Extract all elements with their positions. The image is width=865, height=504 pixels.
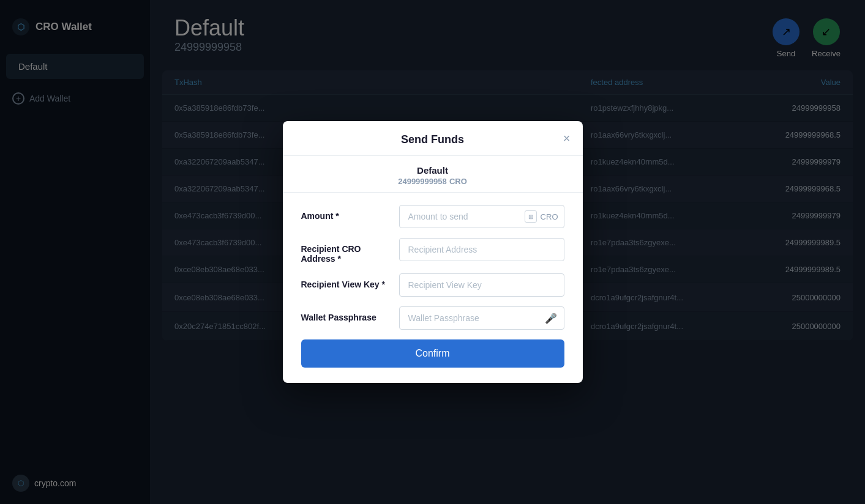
amount-label: Amount *	[301, 205, 387, 221]
modal-header: Send Funds ×	[283, 121, 583, 156]
amount-suffix: ⊞ CRO	[525, 210, 558, 223]
modal-wallet-balance: 24999999958 CRO	[301, 176, 564, 186]
recipient-view-key-input-wrapper	[399, 273, 564, 297]
modal-overlay[interactable]: Send Funds × Default 24999999958 CRO Amo…	[0, 0, 865, 504]
modal-close-button[interactable]: ×	[563, 132, 571, 144]
modal-wallet-name: Default	[301, 165, 564, 176]
send-funds-modal: Send Funds × Default 24999999958 CRO Amo…	[283, 121, 583, 383]
confirm-button[interactable]: Confirm	[301, 339, 564, 368]
amount-field-group: Amount * ⊞ CRO	[301, 205, 564, 228]
recipient-view-key-field-group: Recipient View Key *	[301, 273, 564, 297]
modal-body: Amount * ⊞ CRO Recipient CRO Address *	[283, 193, 583, 383]
modal-balance-amount: 24999999958	[398, 177, 447, 186]
modal-wallet-info: Default 24999999958 CRO	[283, 156, 583, 193]
calculator-icon[interactable]: ⊞	[525, 210, 537, 223]
modal-title: Send Funds	[401, 133, 464, 146]
passphrase-input-wrapper: 🎤	[399, 306, 564, 330]
passphrase-label: Wallet Passphrase	[301, 306, 387, 322]
passphrase-field-group: Wallet Passphrase 🎤	[301, 306, 564, 330]
amount-currency: CRO	[541, 212, 558, 221]
recipient-address-label: Recipient CRO Address *	[301, 238, 387, 264]
recipient-address-input-wrapper	[399, 238, 564, 261]
recipient-view-key-input[interactable]	[399, 273, 564, 297]
amount-input-wrapper: ⊞ CRO	[399, 205, 564, 228]
passphrase-input[interactable]	[399, 306, 564, 330]
passphrase-visibility-icon[interactable]: 🎤	[545, 313, 557, 324]
recipient-address-field-group: Recipient CRO Address *	[301, 238, 564, 264]
modal-balance-currency: CRO	[449, 177, 467, 186]
recipient-view-key-label: Recipient View Key *	[301, 273, 387, 289]
recipient-address-input[interactable]	[399, 238, 564, 261]
